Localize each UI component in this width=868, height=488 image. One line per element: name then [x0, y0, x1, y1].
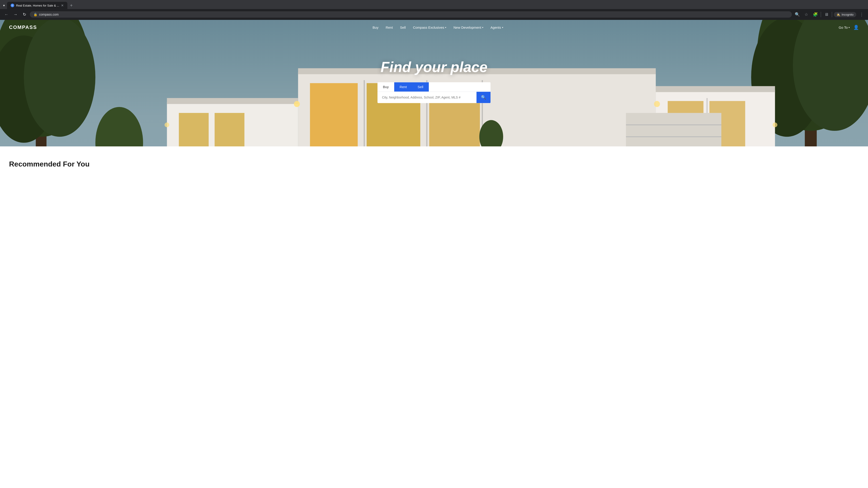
search-button[interactable]: 🔍 [476, 92, 491, 103]
tab-close-button[interactable]: ✕ [61, 4, 64, 7]
nav-new-development-link[interactable]: New Development ▾ [454, 26, 483, 29]
nav-right: Go To ▾ 👤 [839, 25, 859, 30]
main-nav: COMPASS Buy Rent Sell Compass Exclusives… [0, 20, 868, 35]
refresh-button[interactable]: ↻ [21, 11, 28, 18]
url-display: compass.com [39, 13, 59, 16]
incognito-icon: 🕵 [837, 13, 840, 16]
search-input[interactable] [377, 92, 476, 102]
nav-rent-link[interactable]: Rent [385, 26, 393, 29]
nav-links: Buy Rent Sell Compass Exclusives ▾ New D… [373, 26, 503, 29]
hero-content: Find your place Buy Rent Sell 🔍 [0, 59, 868, 103]
exclusives-chevron-icon: ▾ [445, 26, 446, 29]
search-tab-rent[interactable]: Rent [394, 82, 412, 92]
agents-chevron-icon: ▾ [502, 26, 503, 29]
below-hero-section: Recommended For You [0, 147, 868, 177]
svg-point-46 [164, 123, 169, 127]
menu-button[interactable]: ⋮ [858, 11, 865, 18]
bookmark-icon[interactable]: ☆ [803, 11, 810, 18]
back-button[interactable]: ← [3, 11, 10, 18]
incognito-badge: 🕵 Incognito [834, 12, 856, 17]
nav-goto-link[interactable]: Go To ▾ [839, 26, 850, 29]
nav-agents-link[interactable]: Agents ▾ [491, 26, 503, 29]
search-tabs: Buy Rent Sell [377, 82, 491, 92]
active-tab[interactable]: C Real Estate, Homes for Sale & ... ✕ [7, 2, 67, 9]
search-button-icon: 🔍 [481, 95, 486, 100]
incognito-label: Incognito [842, 13, 854, 16]
nav-buy-link[interactable]: Buy [373, 26, 378, 29]
svg-rect-33 [626, 113, 721, 147]
user-icon[interactable]: 👤 [853, 25, 859, 30]
website-content: 6322 COMPASS Buy [0, 20, 868, 177]
nav-exclusives-link[interactable]: Compass Exclusives ▾ [413, 26, 446, 29]
tab-title: Real Estate, Homes for Sale & ... [16, 4, 59, 7]
toolbar-icons: 🔍 ☆ 🧩 🖥 🕵 Incognito ⋮ [794, 11, 865, 18]
recommended-title: Recommended For You [9, 160, 859, 168]
extensions-icon[interactable]: 🧩 [812, 11, 819, 18]
address-bar[interactable]: 🔒 compass.com [30, 11, 792, 18]
compass-logo[interactable]: COMPASS [9, 24, 37, 30]
search-tab-sell[interactable]: Sell [412, 82, 429, 92]
lock-icon: 🔒 [33, 13, 37, 16]
hero-section: 6322 COMPASS Buy [0, 20, 868, 147]
tab-bar: ▾ C Real Estate, Homes for Sale & ... ✕ … [0, 0, 868, 9]
nav-sell-link[interactable]: Sell [400, 26, 406, 29]
new-tab-button[interactable]: + [68, 2, 74, 9]
browser-toolbar: ← → ↻ 🔒 compass.com 🔍 ☆ 🧩 🖥 🕵 Incognito … [0, 9, 868, 20]
search-bar: 🔍 [377, 92, 491, 103]
goto-chevron-icon: ▾ [848, 26, 850, 29]
search-tab-buy[interactable]: Buy [377, 82, 394, 92]
tab-switcher[interactable]: ▾ [2, 3, 6, 8]
forward-button[interactable]: → [12, 11, 19, 18]
search-container: Buy Rent Sell 🔍 [377, 82, 491, 103]
tab-favicon: C [11, 4, 14, 7]
svg-rect-32 [215, 113, 244, 147]
device-icon[interactable]: 🖥 [823, 11, 830, 18]
search-icon[interactable]: 🔍 [794, 11, 801, 18]
svg-point-47 [773, 123, 777, 127]
svg-rect-31 [179, 113, 209, 147]
browser-chrome: ▾ C Real Estate, Homes for Sale & ... ✕ … [0, 0, 868, 20]
hero-title: Find your place [0, 59, 868, 75]
new-dev-chevron-icon: ▾ [482, 26, 483, 29]
